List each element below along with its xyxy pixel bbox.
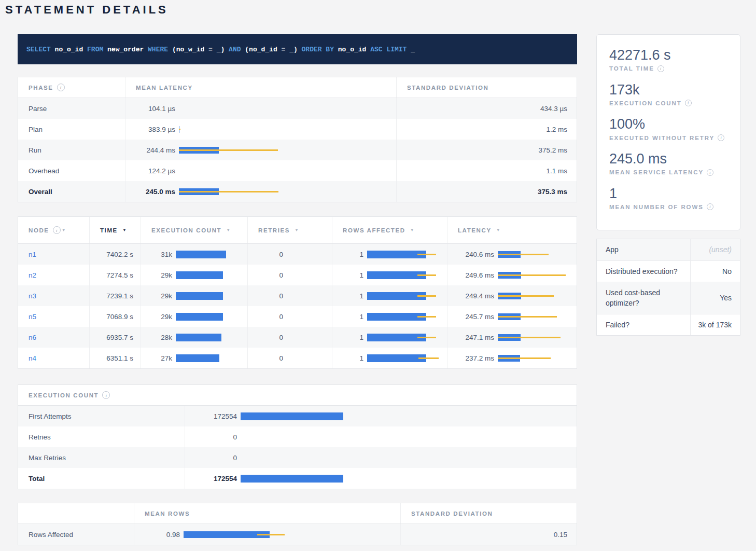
node-column-header[interactable]: NODE i ▼ <box>18 217 89 243</box>
execution-count-column-header[interactable]: EXECUTION COUNT ▼ <box>141 217 247 243</box>
execution-count-label: Retries <box>18 426 185 447</box>
sql-token: WHERE <box>144 46 168 53</box>
execution-count-label: Total <box>18 468 185 489</box>
latency-cell-value: 249.4 ms <box>452 292 494 300</box>
node-link[interactable]: n2 <box>29 271 36 279</box>
phase-column-header[interactable]: PHASE i <box>18 77 125 98</box>
node-link[interactable]: n4 <box>29 354 36 362</box>
execution-count-row: First Attempts172554 <box>18 406 577 426</box>
summary-stat: 42271.6 sTOTAL TIMEi <box>609 48 727 72</box>
bar-track <box>241 475 571 483</box>
bar-track <box>176 354 241 362</box>
statement-details-page: STATEMENT DETAILS SELECT no_o_id FROM ne… <box>0 0 756 551</box>
standard-deviation-cell: 375.3 ms <box>396 181 578 202</box>
attribute-label: Used cost-based optimizer? <box>597 282 690 314</box>
standard-deviation-column-header[interactable]: STANDARD DEVIATION <box>396 77 578 98</box>
stddev-bar <box>179 191 278 192</box>
sql-token: FROM <box>83 46 103 53</box>
sort-arrow-icon[interactable]: ▼ <box>122 228 128 232</box>
bar-track <box>179 146 390 154</box>
retries-value: 0 <box>252 354 283 362</box>
time-value: 7239.1 s <box>106 292 133 300</box>
latency-cell: 247.1 ms <box>447 327 578 348</box>
bar-track <box>241 454 571 462</box>
bar-track <box>241 412 571 420</box>
phase-label: Overhead <box>18 160 125 181</box>
mean-latency-column-header[interactable]: MEAN LATENCY <box>125 77 396 98</box>
rows-affected-cell-value: 1 <box>337 313 363 321</box>
stat-label: TOTAL TIMEi <box>609 65 727 72</box>
execution-count-section-label: EXECUTION COUNT <box>29 392 99 398</box>
stat-label-text: TOTAL TIME <box>609 65 654 72</box>
sql-token: no_o_id <box>51 46 83 53</box>
sort-arrow-icon[interactable]: ▼ <box>226 228 231 232</box>
mean-latency-cell-value: 244.4 ms <box>130 146 175 154</box>
node-link[interactable]: n6 <box>29 334 36 341</box>
time-cell: 6351.1 s <box>89 348 141 368</box>
sql-token: (no_d_id = _) <box>241 46 298 53</box>
info-icon[interactable]: i <box>707 203 713 210</box>
time-header-label: TIME <box>100 227 118 233</box>
sql-token: AND <box>225 46 241 53</box>
node-table-row: n66935.7 s28k01247.1 ms <box>18 327 577 348</box>
info-icon[interactable]: i <box>102 391 110 399</box>
bar-track <box>367 251 441 258</box>
sort-arrow-icon[interactable]: ▼ <box>496 228 501 232</box>
sql-token: _ <box>407 46 415 53</box>
node-table-row: n57068.9 s29k01245.7 ms <box>18 306 577 327</box>
sort-arrow-icon[interactable]: ▼ <box>410 228 415 232</box>
stat-label: MEAN NUMBER OF ROWSi <box>609 203 727 210</box>
bar-track <box>367 313 441 321</box>
attribute-row: Failed?3k of 173k <box>597 314 740 335</box>
info-icon[interactable]: i <box>57 84 65 91</box>
standard-deviation-value: 1.2 ms <box>546 126 567 133</box>
info-icon[interactable]: i <box>718 134 724 141</box>
bar-track <box>498 251 571 258</box>
mean-bar <box>241 475 343 483</box>
sql-statement: SELECT no_o_id FROM new_order WHERE (no_… <box>18 34 577 64</box>
bar-track <box>179 167 390 175</box>
latency-cell-value: 245.7 ms <box>452 313 494 321</box>
time-value: 6935.7 s <box>106 334 133 341</box>
mean-latency-cell-value: 104.1 µs <box>130 105 175 113</box>
node-cell: n5 <box>18 306 89 327</box>
bar-track <box>176 292 241 300</box>
time-value: 7402.2 s <box>106 251 133 258</box>
info-icon[interactable]: i <box>53 226 61 234</box>
node-table: NODE i ▼ TIME ▼ EXECUTION COUNT ▼ RETRIE… <box>18 216 577 369</box>
execution-count-section-header: EXECUTION COUNT i <box>18 385 110 405</box>
mean-bar <box>176 271 223 279</box>
sort-arrow-icon[interactable]: ▼ <box>295 228 300 232</box>
retries-column-header[interactable]: RETRIES ▼ <box>247 217 332 243</box>
info-icon[interactable]: i <box>685 100 692 106</box>
execution-count-cell: 29k <box>141 306 247 327</box>
time-cell: 6935.7 s <box>89 327 141 348</box>
latency-column-header[interactable]: LATENCY ▼ <box>447 217 578 243</box>
time-column-header[interactable]: TIME ▼ <box>89 217 141 243</box>
node-link[interactable]: n3 <box>29 292 36 300</box>
retries-cell: 0 <box>247 265 332 285</box>
mean-rows-cell-value: 0.98 <box>138 531 180 539</box>
time-cell: 7274.5 s <box>89 265 141 285</box>
rows-affected-column-header[interactable]: ROWS AFFECTED ▼ <box>332 217 447 243</box>
attribute-value: Yes <box>690 282 740 314</box>
execution-count-table-header: EXECUTION COUNT i <box>18 385 577 406</box>
retries-value: 0 <box>252 334 283 341</box>
stat-label-text: MEAN NUMBER OF ROWS <box>609 204 704 210</box>
execution-count-label: Max Retries <box>18 447 185 468</box>
sql-token: ASC <box>366 46 382 53</box>
bar-track <box>176 313 241 321</box>
info-icon[interactable]: i <box>657 65 664 72</box>
sql-token: new_order <box>103 46 144 53</box>
info-icon[interactable]: i <box>707 169 713 176</box>
node-link[interactable]: n1 <box>29 251 36 258</box>
sort-arrow-icon[interactable]: ▼ <box>62 228 67 232</box>
node-link[interactable]: n5 <box>29 313 36 321</box>
standard-deviation-value: 1.1 ms <box>546 167 567 175</box>
mean-rows-column-header[interactable]: MEAN ROWS <box>134 503 400 524</box>
execution-count-cell: 31k <box>141 244 247 265</box>
node-cell: n1 <box>18 244 89 265</box>
mean-latency-cell: 124.2 µs <box>125 160 396 181</box>
standard-deviation-column-header[interactable]: STANDARD DEVIATION <box>400 503 578 524</box>
phase-table-header: PHASE i MEAN LATENCY STANDARD DEVIATION <box>18 77 577 98</box>
